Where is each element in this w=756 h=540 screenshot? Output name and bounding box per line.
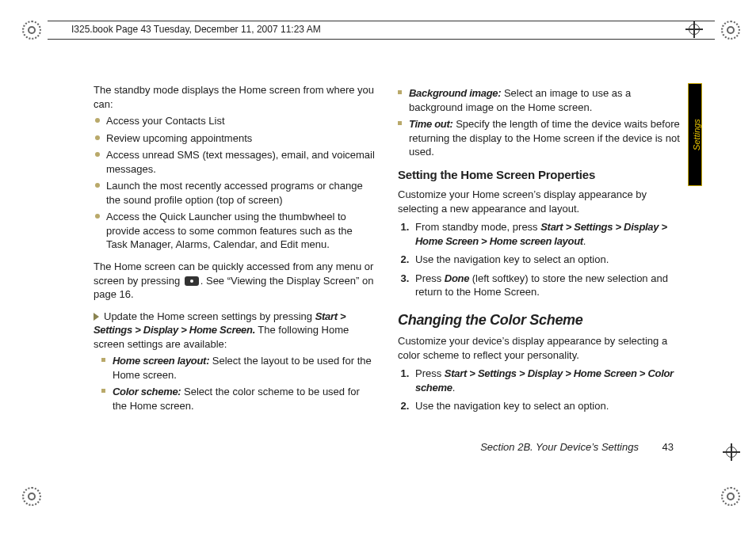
side-tab-label: Settings [692,112,701,157]
header-stamp: I325.book Page 43 Tuesday, December 11, … [71,24,321,35]
left-column: The standby mode displays the Home scree… [94,83,376,418]
side-tab-settings: Settings [688,83,702,186]
crop-gear-br [721,487,740,508]
footer-section: Section 2B. Your Device’s Settings [480,441,639,453]
list-item: Access your Contacts List [94,114,376,128]
heading-home-screen-props: Setting the Home Screen Properties [398,167,680,183]
crop-gear-tl [22,21,41,42]
steps-color-scheme: Press Start > Settings > Display > Home … [398,367,680,413]
update-lead: Update the Home screen settings by press… [104,310,315,322]
list-item: Background image: Select an image to use… [398,86,680,114]
list-item: Time out: Specify the length of time the… [398,117,680,159]
list-item: Access the Quick Launcher using the thum… [94,210,376,252]
list-item: Launch the most recently accessed progra… [94,179,376,207]
page-body: The standby mode displays the Home scree… [94,83,680,418]
step-item: Use the navigation key to select an opti… [412,253,680,267]
home-key-icon [185,276,199,286]
crop-gear-tr [721,21,740,42]
feature-list: Access your Contacts ListReview upcoming… [94,114,376,252]
list-item: Access unread SMS (text messages), email… [94,148,376,176]
step-item: Use the navigation key to select an opti… [412,399,680,413]
intro-text: The standby mode displays the Home scree… [94,83,376,111]
list-item: Review upcoming appointments [94,131,376,146]
crop-gear-bl [22,487,41,508]
footer-page-number: 43 [662,441,674,453]
steps-home-props: From standby mode, press Start > Setting… [398,220,680,299]
para-home-props: Customize your Home screen’s display app… [398,188,680,215]
crop-target-r [723,443,740,463]
page-footer: Section 2B. Your Device’s Settings 43 [396,441,674,453]
step-item: Press Done (left softkey) to store the n… [412,272,680,299]
triangle-bullet-icon [94,313,99,321]
settings-sublist-left: Home screen layout: Select the layout to… [101,354,376,413]
step-item: Press Start > Settings > Display > Home … [412,367,680,394]
list-item: Color scheme: Select the color scheme to… [101,385,376,413]
right-column: Background image: Select an image to use… [398,83,680,418]
settings-sublist-right: Background image: Select an image to use… [398,86,680,159]
step-item: From standby mode, press Start > Setting… [412,220,680,248]
update-block: Update the Home screen settings by press… [94,310,376,413]
para-color-scheme: Customize your device’s display appearan… [398,334,680,362]
home-access-para: The Home screen can be quickly accessed … [94,260,376,302]
heading-color-scheme: Changing the Color Scheme [398,310,680,329]
list-item: Home screen layout: Select the layout to… [101,354,376,382]
